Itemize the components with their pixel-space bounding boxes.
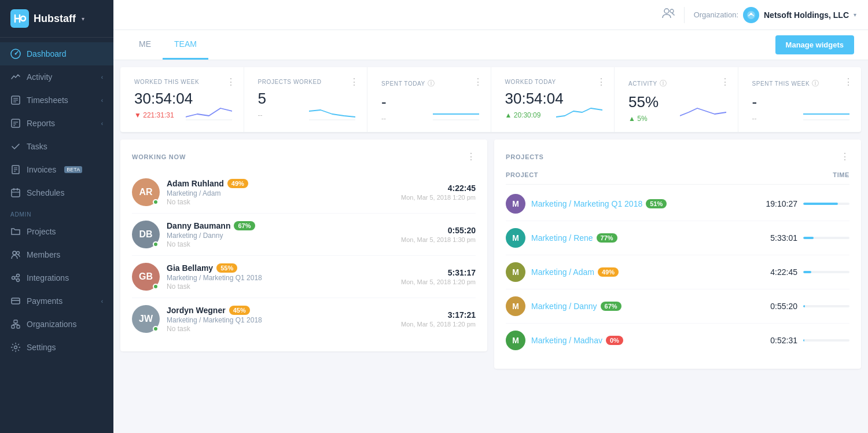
stat-menu-activity[interactable]: ⋮ <box>720 76 730 87</box>
worker-time: 3:17:21 Mon, Mar 5, 2018 1:20 pm <box>401 310 476 328</box>
svg-rect-8 <box>12 119 20 127</box>
activity-label: Activity <box>27 72 52 82</box>
org-label: Organization: <box>694 10 738 19</box>
working-now-col: WORKING NOW ⋮ AR Adam Ruhland 49% Market… <box>120 140 487 369</box>
sidebar-item-activity[interactable]: Activity ‹ <box>0 65 113 89</box>
mini-chart-spent_this_week <box>803 100 849 125</box>
org-dropdown-caret[interactable]: ▾ <box>854 12 856 18</box>
proj-right: 0:52:31 <box>757 336 849 345</box>
working-now-menu[interactable]: ⋮ <box>466 151 476 162</box>
payments-label: Payments <box>27 296 62 306</box>
sidebar-item-payments[interactable]: Payments ‹ <box>0 289 113 313</box>
tab-me[interactable]: ME <box>127 30 163 60</box>
manage-widgets-button[interactable]: Manage widgets <box>775 35 854 54</box>
proj-name[interactable]: Marketing / Rene 77% <box>531 233 617 243</box>
mini-chart-spent_today <box>433 100 479 125</box>
proj-name[interactable]: Marketing / Danny 67% <box>531 302 621 311</box>
sidebar-item-integrations[interactable]: Integrations <box>0 266 113 289</box>
svg-point-3 <box>15 53 17 55</box>
project-row: M Marketing / Adam 49% 4:22:45 <box>506 255 849 289</box>
projects-list: M Marketing / Marketing Q1 2018 51% 19:1… <box>506 187 849 357</box>
proj-time: 4:22:45 <box>757 267 797 277</box>
payments-icon <box>10 296 21 306</box>
proj-avatar: M <box>506 331 525 350</box>
worker-time: 5:31:17 Mon, Mar 5, 2018 1:20 pm <box>401 268 476 285</box>
proj-activity-badge: 51% <box>646 199 667 208</box>
app-name: Hubstaff <box>34 13 76 25</box>
sidebar-item-tasks[interactable]: Tasks <box>0 135 113 158</box>
mini-chart-worked_today <box>556 100 602 125</box>
sidebar-item-dashboard[interactable]: Dashboard <box>0 42 113 65</box>
proj-bar-wrap <box>803 305 849 307</box>
proj-bar <box>803 271 811 273</box>
sidebar-item-timesheets[interactable]: Timesheets ‹ <box>0 89 113 112</box>
activity-badge: 49% <box>227 179 248 188</box>
projects-label: Projects <box>27 227 56 236</box>
two-col-layout: WORKING NOW ⋮ AR Adam Ruhland 49% Market… <box>113 133 868 376</box>
worker-name: Gia Bellamy 55% <box>167 263 394 273</box>
worker-item: AR Adam Ruhland 49% Marketing / Adam No … <box>132 171 476 214</box>
tab-team[interactable]: TEAM <box>163 30 208 60</box>
info-icon-activity[interactable]: ⓘ <box>660 79 667 89</box>
stat-card-worked_today: ⋮ WORKED TODAY 30:54:04 ▲ 20:30:09 <box>491 67 615 132</box>
sidebar-item-organizations[interactable]: Organizations <box>0 313 113 336</box>
info-icon-spent_this_week[interactable]: ⓘ <box>812 79 819 89</box>
sidebar-item-reports[interactable]: Reports ‹ <box>0 112 113 135</box>
sidebar-item-schedules[interactable]: Schedules <box>0 181 113 204</box>
logo-caret[interactable]: ▾ <box>82 16 84 22</box>
worker-project: Marketing / Danny <box>167 232 394 240</box>
projects-card: PROJECTS ⋮ Project Time M Marketing / Ma… <box>494 140 861 369</box>
proj-name[interactable]: Marketing / Adam 49% <box>531 267 619 277</box>
proj-bar-wrap <box>803 339 849 342</box>
people-icon[interactable] <box>662 8 675 21</box>
stat-menu-worked_today[interactable]: ⋮ <box>597 76 606 87</box>
stat-menu-spent_today[interactable]: ⋮ <box>473 76 483 87</box>
sidebar-navigation: Dashboard Activity ‹ Timesheets ‹ <box>0 38 113 433</box>
invoices-label: Invoices <box>27 165 56 174</box>
worker-date: Mon, Mar 5, 2018 1:20 pm <box>401 194 476 201</box>
stat-card-spent_this_week: ⋮ SPENT THIS WEEKⓘ - -- <box>738 67 862 132</box>
members-label: Members <box>27 250 60 259</box>
stat-menu-projects_worked[interactable]: ⋮ <box>350 76 359 87</box>
members-icon <box>10 249 21 260</box>
proj-activity-badge: 77% <box>597 233 617 243</box>
worker-project: Marketing / Marketing Q1 2018 <box>167 316 394 324</box>
worker-date: Mon, Mar 5, 2018 1:20 pm <box>401 278 476 285</box>
proj-name[interactable]: Marketing / Marketing Q1 2018 51% <box>531 199 667 208</box>
stat-menu-spent_this_week[interactable]: ⋮ <box>844 76 853 87</box>
timesheets-label: Timesheets <box>27 96 68 105</box>
proj-activity-badge: 49% <box>598 267 619 277</box>
projects-menu[interactable]: ⋮ <box>840 151 849 162</box>
svg-point-24 <box>17 279 20 282</box>
worker-task: No task <box>167 282 394 291</box>
proj-activity-badge: 0% <box>606 336 623 345</box>
worker-project: Marketing / Adam <box>167 189 394 197</box>
svg-point-22 <box>12 277 15 280</box>
proj-bar <box>803 237 814 239</box>
worker-name: Danny Baumann 67% <box>167 221 394 230</box>
stat-card-spent_today: ⋮ SPENT TODAYⓘ - -- <box>367 67 491 132</box>
worker-item: GB Gia Bellamy 55% Marketing / Marketing… <box>132 256 476 298</box>
logo-area[interactable]: Hubstaff ▾ <box>0 0 113 38</box>
worker-task: No task <box>167 325 394 333</box>
time-col-label: Time <box>833 171 849 178</box>
sidebar-item-projects[interactable]: Projects <box>0 220 113 243</box>
project-row: M Marketing / Rene 77% 5:33:01 <box>506 221 849 255</box>
sidebar-item-settings[interactable]: Settings <box>0 336 113 359</box>
sidebar-item-members[interactable]: Members <box>0 243 113 266</box>
proj-right: 5:33:01 <box>757 233 849 243</box>
proj-name[interactable]: Marketing / Madhav 0% <box>531 336 623 345</box>
stat-menu-worked_this_week[interactable]: ⋮ <box>226 76 236 87</box>
working-now-title: WORKING NOW <box>132 153 186 160</box>
dashboard-label: Dashboard <box>27 49 67 58</box>
sidebar-item-invoices[interactable]: Invoices BETA <box>0 158 113 181</box>
tabs-bar: ME TEAM Manage widgets <box>113 30 868 60</box>
project-row: M Marketing / Marketing Q1 2018 51% 19:1… <box>506 187 849 221</box>
org-section: Organization: Netsoft Holdings, LLC ▾ <box>684 7 856 23</box>
worker-date: Mon, Mar 5, 2018 1:30 pm <box>401 236 476 243</box>
working-now-header: WORKING NOW ⋮ <box>132 151 476 162</box>
svg-point-40 <box>750 13 752 15</box>
mini-chart-activity <box>680 100 726 125</box>
info-icon-spent_today[interactable]: ⓘ <box>428 79 435 89</box>
working-now-card: WORKING NOW ⋮ AR Adam Ruhland 49% Market… <box>120 140 487 351</box>
